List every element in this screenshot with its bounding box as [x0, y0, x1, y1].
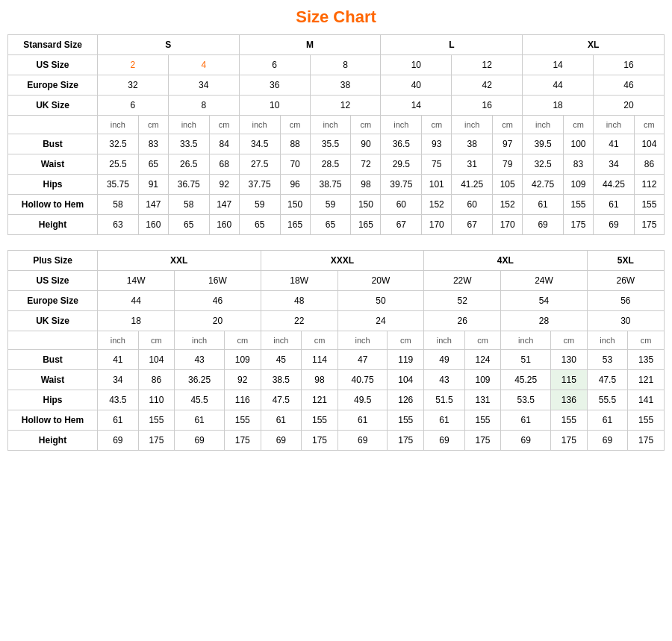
plus-waist-label: Waist — [8, 370, 98, 390]
plus-unit-11: cm — [551, 331, 588, 350]
plus-waist-2: 36.25 — [175, 370, 225, 390]
std-height-12: 69 — [523, 215, 564, 235]
plus-waist-3: 92 — [224, 370, 261, 390]
std-bust-label: Bust — [8, 134, 98, 154]
plus-unit-3: cm — [224, 331, 261, 350]
std-height-label: Height — [8, 215, 98, 235]
std-unit-15: cm — [634, 116, 664, 134]
std-bust-13: 100 — [563, 134, 593, 154]
plus-hollow-5: 155 — [302, 410, 338, 431]
std-hips-9: 101 — [422, 175, 452, 195]
plus-waist-13: 121 — [628, 370, 665, 390]
standard-header-m: M — [239, 35, 381, 55]
std-hollow-3: 147 — [209, 195, 239, 215]
plus-hollow-2: 61 — [175, 410, 225, 431]
plus-waist-12: 47.5 — [587, 370, 628, 390]
plus-uk-28: 28 — [501, 311, 587, 331]
plus-uk-24: 24 — [337, 311, 423, 331]
plus-header-xxxl: XXXL — [261, 251, 424, 271]
std-bust-7: 90 — [351, 134, 381, 154]
plus-unit-6: inch — [337, 331, 388, 350]
standard-header-s: S — [98, 35, 240, 55]
std-waist-14: 34 — [594, 154, 635, 175]
std-bust-10: 38 — [452, 134, 493, 154]
eu-42: 42 — [452, 75, 523, 96]
plus-header-4xl: 4XL — [424, 251, 588, 271]
plus-height-10: 69 — [501, 431, 551, 451]
plus-eu-50: 50 — [337, 291, 423, 311]
plus-hips-3: 116 — [224, 390, 261, 410]
plus-uk-18: 18 — [98, 311, 175, 331]
plus-waist-4: 38.5 — [261, 370, 302, 390]
plus-height-1: 175 — [138, 431, 175, 451]
std-waist-2: 26.5 — [168, 154, 209, 175]
std-hollow-6: 59 — [310, 195, 351, 215]
plus-us-20w: 20W — [337, 271, 423, 291]
std-hollow-7: 150 — [351, 195, 381, 215]
plus-height-0: 69 — [98, 431, 139, 451]
std-height-11: 170 — [493, 215, 523, 235]
plus-unit-spacer — [8, 331, 98, 350]
us-size-2: 2 — [98, 55, 169, 75]
std-unit-spacer — [8, 116, 98, 134]
std-height-3: 160 — [209, 215, 239, 235]
us-size-10: 10 — [381, 55, 452, 75]
plus-header-col1: Plus Size — [8, 251, 98, 271]
plus-height-3: 175 — [224, 431, 261, 451]
plus-hips-10: 53.5 — [501, 390, 551, 410]
std-hollow-12: 61 — [523, 195, 564, 215]
plus-waist-8: 43 — [424, 370, 465, 390]
std-unit-6: inch — [310, 116, 351, 134]
plus-waist-1: 86 — [138, 370, 175, 390]
uk-20: 20 — [594, 96, 665, 116]
std-waist-13: 83 — [563, 154, 593, 175]
std-bust-6: 35.5 — [310, 134, 351, 154]
plus-hollow-8: 61 — [424, 410, 465, 431]
std-hips-7: 98 — [351, 175, 381, 195]
plus-hollow-0: 61 — [98, 410, 139, 431]
plus-waist-0: 34 — [98, 370, 139, 390]
plus-hollow-9: 155 — [464, 410, 501, 431]
std-hips-12: 42.75 — [523, 175, 564, 195]
std-unit-5: cm — [280, 116, 310, 134]
std-waist-15: 86 — [634, 154, 664, 175]
standard-header-col1: Stansard Size — [8, 35, 98, 55]
std-hollow-4: 59 — [239, 195, 280, 215]
plus-hips-12: 55.5 — [587, 390, 628, 410]
std-bust-8: 36.5 — [381, 134, 422, 154]
std-hollow-14: 61 — [594, 195, 635, 215]
std-bust-3: 84 — [209, 134, 239, 154]
std-bust-12: 39.5 — [523, 134, 564, 154]
std-bust-2: 33.5 — [168, 134, 209, 154]
plus-height-11: 175 — [551, 431, 588, 451]
plus-bust-2: 43 — [175, 350, 225, 370]
std-waist-3: 68 — [209, 154, 239, 175]
std-bust-9: 93 — [422, 134, 452, 154]
plus-bust-10: 51 — [501, 350, 551, 370]
plus-hips-6: 49.5 — [337, 390, 388, 410]
plus-hips-8: 51.5 — [424, 390, 465, 410]
std-hollow-15: 155 — [634, 195, 664, 215]
std-unit-0: inch — [98, 116, 139, 134]
plus-bust-1: 104 — [138, 350, 175, 370]
uk-16: 16 — [452, 96, 523, 116]
plus-hollow-1: 155 — [138, 410, 175, 431]
us-size-label: US Size — [8, 55, 98, 75]
plus-eu-48: 48 — [261, 291, 337, 311]
us-size-4: 4 — [168, 55, 239, 75]
std-bust-5: 88 — [280, 134, 310, 154]
plus-uk-20: 20 — [175, 311, 261, 331]
plus-us-16w: 16W — [175, 271, 261, 291]
plus-hips-9: 131 — [464, 390, 501, 410]
plus-hollow-11: 155 — [551, 410, 588, 431]
standard-header-l: L — [381, 35, 523, 55]
std-unit-10: inch — [452, 116, 493, 134]
plus-unit-2: inch — [175, 331, 225, 350]
plus-height-4: 69 — [261, 431, 302, 451]
plus-height-2: 69 — [175, 431, 225, 451]
plus-uk-26: 26 — [424, 311, 501, 331]
std-hips-8: 39.75 — [381, 175, 422, 195]
us-size-12: 12 — [452, 55, 523, 75]
plus-bust-3: 109 — [224, 350, 261, 370]
std-hips-14: 44.25 — [594, 175, 635, 195]
